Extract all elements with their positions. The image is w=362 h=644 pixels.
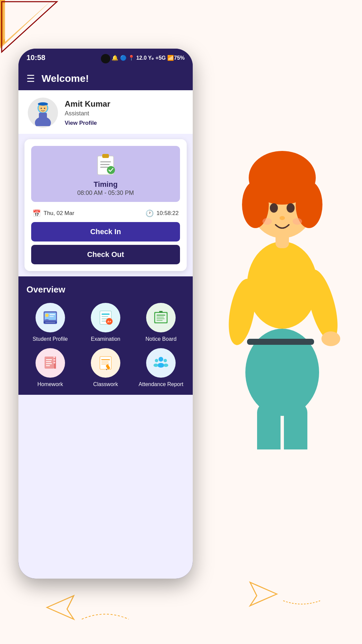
paper-plane-right-icon — [247, 579, 280, 609]
check-out-button[interactable]: Check Out — [31, 245, 180, 264]
svg-rect-9 — [102, 154, 109, 158]
student-profile-label: Student Profile — [33, 336, 68, 343]
deco-bottom-left — [44, 592, 132, 624]
svg-rect-39 — [46, 361, 51, 362]
notice-board-icon-circle — [146, 303, 176, 332]
overview-item-student-profile[interactable]: Student Profile — [24, 303, 76, 343]
timing-hours: 08:00 AM - 05:30 PM — [77, 190, 134, 197]
overview-section: Overview — [18, 276, 193, 395]
attendance-report-icon-circle — [146, 348, 176, 378]
view-profile-link[interactable]: View Profile — [65, 120, 110, 126]
status-icons: 🔔 🔵 📍 12.0 Yₒ +5G 📶75% — [112, 55, 185, 61]
profile-section: Amit Kumar Assistant View Profile — [18, 90, 193, 134]
clock-icon: 🕐 — [145, 209, 154, 217]
svg-marker-77 — [47, 596, 74, 619]
svg-rect-10 — [100, 161, 111, 162]
svg-rect-76 — [247, 339, 314, 345]
svg-point-16 — [45, 314, 49, 317]
time-text: 10:58:22 — [157, 210, 179, 217]
menu-icon[interactable]: ☰ — [26, 73, 35, 84]
svg-rect-23 — [102, 314, 110, 315]
svg-rect-19 — [50, 316, 54, 317]
overview-item-notice-board[interactable]: Notice Board — [135, 303, 187, 343]
classwork-label: Classwork — [93, 381, 118, 388]
clipboard-icon — [96, 153, 116, 175]
svg-point-57 — [245, 329, 319, 416]
svg-point-58 — [247, 241, 317, 329]
student-profile-icon-circle — [36, 303, 65, 332]
svg-rect-75 — [276, 231, 289, 248]
svg-point-60 — [249, 151, 316, 205]
svg-point-55 — [164, 359, 167, 362]
svg-point-52 — [158, 363, 164, 368]
svg-rect-33 — [157, 318, 165, 319]
svg-rect-31 — [157, 315, 165, 316]
svg-point-44 — [53, 362, 55, 364]
dotted-arc-right — [282, 599, 322, 609]
svg-rect-36 — [45, 357, 54, 369]
calendar-icon: 📅 — [33, 209, 41, 217]
overview-grid: Student Profile A+ — [24, 303, 187, 388]
avatar — [28, 98, 58, 128]
svg-rect-41 — [46, 365, 50, 366]
attendance-card: Timing 08:00 AM - 05:30 PM 📅 Thu, 02 Mar… — [24, 139, 187, 271]
svg-rect-32 — [157, 317, 164, 318]
svg-point-66 — [262, 218, 272, 225]
overview-title: Overview — [26, 284, 187, 295]
svg-rect-38 — [46, 359, 52, 360]
svg-rect-18 — [50, 314, 55, 315]
svg-point-6 — [41, 108, 42, 109]
svg-rect-34 — [157, 320, 163, 321]
svg-point-67 — [293, 218, 302, 225]
phone-frame: 10:58 🔔 🔵 📍 12.0 Yₒ +5G 📶75% ☰ Welcome! — [18, 49, 193, 579]
camera-notch — [101, 54, 110, 63]
profile-name: Amit Kumar — [65, 99, 110, 109]
notice-board-label: Notice Board — [145, 336, 177, 343]
dotted-arc-left — [78, 609, 132, 623]
app-header: ☰ Welcome! — [18, 67, 193, 90]
overview-item-examination[interactable]: A+ Examination — [80, 303, 131, 343]
status-time: 10:58 — [26, 53, 45, 62]
svg-rect-35 — [159, 311, 163, 313]
homework-icon-circle — [36, 348, 65, 378]
timing-banner: Timing 08:00 AM - 05:30 PM — [31, 146, 180, 202]
svg-point-42 — [53, 356, 55, 358]
svg-rect-30 — [155, 313, 167, 322]
svg-point-59 — [250, 171, 314, 238]
examination-label: Examination — [91, 336, 120, 343]
svg-rect-72 — [284, 402, 307, 449]
svg-point-56 — [164, 364, 168, 367]
classwork-icon-circle — [91, 348, 120, 378]
paper-plane-left-icon — [44, 592, 77, 623]
svg-rect-71 — [257, 402, 281, 449]
timing-label: Timing — [94, 180, 118, 189]
check-in-button[interactable]: Check In — [31, 222, 180, 241]
date-time-row: 📅 Thu, 02 Mar 🕐 10:58:22 — [31, 207, 180, 222]
profile-role: Assistant — [65, 110, 110, 117]
overview-item-attendance-report[interactable]: Attendance Report — [135, 348, 187, 388]
header-title: Welcome! — [42, 73, 89, 84]
svg-rect-47 — [101, 362, 109, 363]
svg-point-61 — [242, 181, 269, 228]
svg-rect-17 — [45, 319, 49, 321]
app-content: Amit Kumar Assistant View Profile — [18, 90, 193, 579]
svg-point-51 — [159, 357, 163, 362]
deco-top-left — [0, 0, 54, 54]
overview-item-classwork[interactable]: Classwork — [80, 348, 131, 388]
homework-label: Homework — [37, 381, 63, 388]
date-text: Thu, 02 Mar — [44, 210, 74, 217]
svg-rect-5 — [40, 103, 46, 105]
svg-rect-11 — [100, 164, 110, 165]
svg-point-54 — [154, 364, 158, 367]
svg-point-43 — [53, 359, 55, 361]
svg-rect-21 — [45, 322, 55, 323]
character-3d — [208, 97, 356, 451]
svg-point-63 — [270, 203, 278, 213]
svg-rect-46 — [101, 359, 110, 360]
attendance-report-label: Attendance Report — [139, 381, 183, 388]
date-badge: 📅 Thu, 02 Mar — [33, 209, 74, 217]
overview-item-homework[interactable]: Homework — [24, 348, 76, 388]
deco-bottom-right — [247, 579, 322, 610]
svg-marker-79 — [250, 582, 277, 606]
svg-point-65 — [280, 216, 285, 220]
